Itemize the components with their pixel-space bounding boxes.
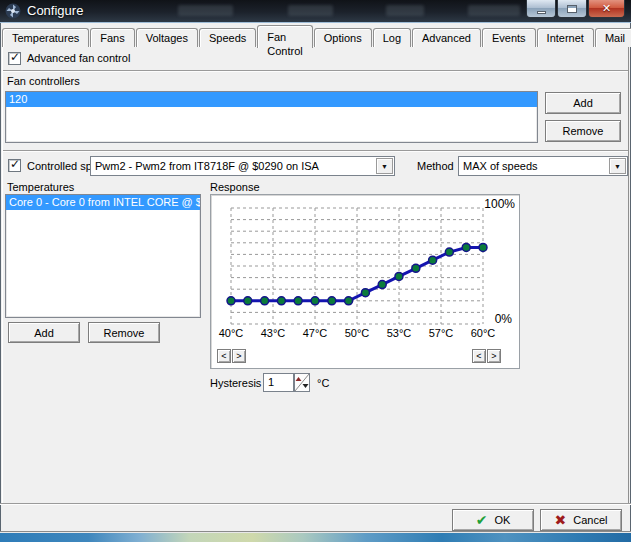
- chart-left-decrease-button[interactable]: <: [217, 349, 231, 363]
- chart-right-decrease-button[interactable]: <: [472, 349, 486, 363]
- window-title: Configure: [27, 3, 83, 18]
- method-label: Method: [417, 160, 454, 172]
- controlled-speed-checkbox[interactable]: ✓: [8, 159, 21, 172]
- tab-log[interactable]: Log: [373, 28, 411, 47]
- response-curve-point[interactable]: [294, 297, 302, 305]
- tab-fans[interactable]: Fans: [90, 28, 134, 47]
- list-item[interactable]: Core 0 - Core 0 from INTEL CORE @ $0: [6, 195, 200, 210]
- response-curve-point[interactable]: [378, 281, 386, 289]
- temperature-add-button[interactable]: Add: [8, 322, 80, 343]
- tab-internet[interactable]: Internet: [537, 28, 594, 47]
- checkmark-icon: ✓: [10, 157, 20, 171]
- response-curve-point[interactable]: [311, 297, 319, 305]
- titlebar-divider: [0, 22, 631, 23]
- fan-controller-remove-button[interactable]: Remove: [545, 120, 621, 142]
- tab-page-border-left: [2, 46, 3, 503]
- x-tick-label: 53°C: [382, 327, 416, 339]
- response-curve-chart[interactable]: [231, 208, 483, 324]
- titlebar[interactable]: Configure ✕: [0, 0, 631, 22]
- section-divider: [3, 150, 628, 152]
- tab-fan-control[interactable]: Fan Control: [257, 25, 312, 48]
- pwm-select[interactable]: Pwm2 - Pwm2 from IT8718F @ $0290 on ISA …: [90, 156, 395, 176]
- tab-events[interactable]: Events: [482, 28, 536, 47]
- temperatures-listbox[interactable]: Core 0 - Core 0 from INTEL CORE @ $0: [5, 194, 201, 318]
- chart-right-increase-button[interactable]: >: [487, 349, 501, 363]
- cancel-button[interactable]: ✖ Cancel: [540, 509, 622, 531]
- cancel-button-label: Cancel: [573, 514, 607, 526]
- list-item[interactable]: 120: [6, 92, 537, 107]
- tab-advanced[interactable]: Advanced: [412, 28, 481, 47]
- x-tick-label: 50°C: [340, 327, 374, 339]
- fan-controller-add-button[interactable]: Add: [545, 92, 621, 114]
- y-axis-max-label: 100%: [484, 197, 515, 211]
- hysteresis-spinner[interactable]: [294, 373, 310, 392]
- tab-page-border-right: [628, 46, 629, 503]
- response-curve-point[interactable]: [277, 297, 285, 305]
- speedfan-app-icon: [5, 3, 21, 19]
- ok-button[interactable]: ✔ OK: [452, 509, 534, 531]
- cancel-x-icon: ✖: [555, 512, 567, 528]
- maximize-button[interactable]: [557, 0, 587, 18]
- temperature-remove-button[interactable]: Remove: [88, 322, 160, 343]
- ok-button-label: OK: [494, 514, 510, 526]
- response-label: Response: [210, 181, 260, 193]
- dropdown-arrow-icon[interactable]: ▼: [376, 158, 393, 174]
- window-controls: ✕: [525, 0, 625, 18]
- x-tick-label: 47°C: [298, 327, 332, 339]
- checkmark-icon: ✓: [10, 50, 20, 64]
- x-tick-label: 40°C: [214, 327, 248, 339]
- tab-voltages[interactable]: Voltages: [136, 28, 198, 47]
- tab-temperatures[interactable]: Temperatures: [2, 28, 89, 47]
- fan-controllers-listbox[interactable]: 120: [5, 91, 538, 143]
- response-curve-point[interactable]: [479, 243, 487, 251]
- hysteresis-input[interactable]: 1: [263, 373, 294, 392]
- hysteresis-label: Hysteresis: [210, 377, 261, 389]
- response-curve-point[interactable]: [345, 297, 353, 305]
- spin-down-icon: [303, 384, 309, 388]
- response-curve-point[interactable]: [462, 243, 470, 251]
- background-artifact: [468, 5, 520, 16]
- tab-mail[interactable]: Mail: [595, 28, 631, 47]
- hysteresis-unit-label: °C: [317, 377, 329, 389]
- background-artifact: [288, 5, 333, 16]
- pwm-selected-value: Pwm2 - Pwm2 from IT8718F @ $0290 on ISA: [91, 160, 375, 172]
- section-divider: [3, 70, 628, 72]
- tab-options[interactable]: Options: [314, 28, 372, 47]
- method-select[interactable]: MAX of speeds ▼: [458, 156, 628, 176]
- temperatures-label: Temperatures: [7, 181, 74, 193]
- spin-up-icon: [296, 377, 302, 381]
- response-curve-point[interactable]: [328, 297, 336, 305]
- response-curve-point[interactable]: [261, 297, 269, 305]
- minimize-button[interactable]: [526, 0, 556, 18]
- advanced-fan-control-checkbox[interactable]: ✓: [8, 52, 21, 65]
- method-selected-value: MAX of speeds: [459, 160, 608, 172]
- chart-scroll-right-pair: < >: [472, 349, 502, 363]
- response-curve-point[interactable]: [412, 264, 420, 272]
- response-curve-point[interactable]: [227, 297, 235, 305]
- response-curve-point[interactable]: [395, 272, 403, 280]
- taskbar-strip: [0, 533, 631, 542]
- response-curve-point[interactable]: [361, 289, 369, 297]
- chart-left-increase-button[interactable]: >: [232, 349, 246, 363]
- response-curve-point[interactable]: [445, 248, 453, 256]
- background-artifact: [386, 5, 424, 16]
- configure-window: Configure ✕ TemperaturesFansVoltagesSpee…: [0, 0, 631, 542]
- background-artifact: [178, 5, 233, 16]
- footer-divider: [0, 503, 631, 505]
- dropdown-arrow-icon[interactable]: ▼: [609, 158, 626, 174]
- x-tick-label: 57°C: [424, 327, 458, 339]
- y-axis-min-label: 0%: [495, 312, 512, 326]
- ok-check-icon: ✔: [476, 512, 488, 528]
- response-panel: 100% 0% 40°C43°C47°C50°C53°C57°C60°C < >…: [210, 194, 520, 369]
- x-tick-label: 43°C: [256, 327, 290, 339]
- chart-scroll-left-pair: < >: [217, 349, 247, 363]
- tab-speeds[interactable]: Speeds: [199, 28, 256, 47]
- maximize-icon: [567, 5, 577, 13]
- tab-strip: TemperaturesFansVoltagesSpeedsFan Contro…: [2, 24, 631, 47]
- x-tick-label: 60°C: [466, 327, 500, 339]
- close-icon: ✕: [602, 2, 611, 15]
- response-curve-point[interactable]: [429, 256, 437, 264]
- close-button[interactable]: ✕: [588, 0, 625, 18]
- minimize-icon: [537, 11, 546, 14]
- response-curve-point[interactable]: [244, 297, 252, 305]
